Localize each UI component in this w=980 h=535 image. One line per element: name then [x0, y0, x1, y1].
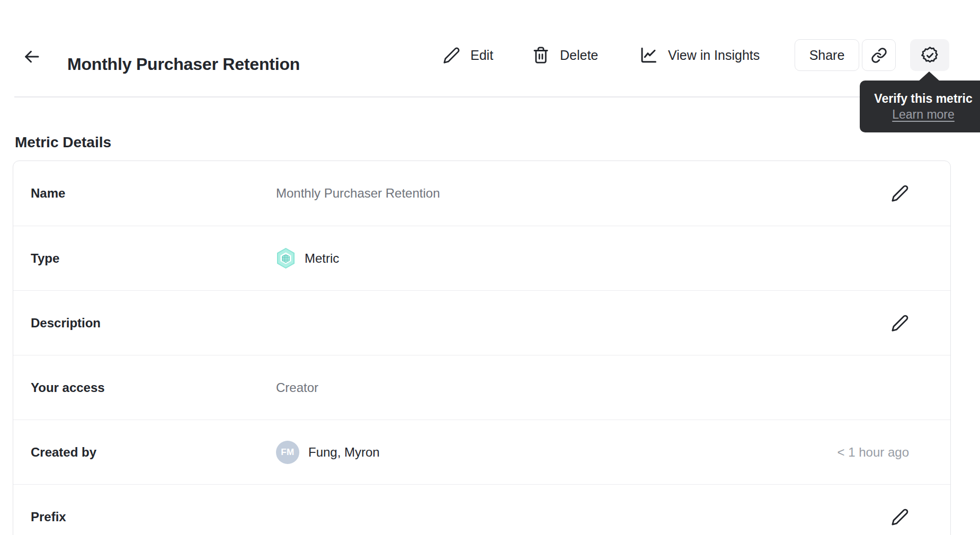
table-row-description: Description [13, 290, 950, 355]
created-timestamp: < 1 hour ago [838, 445, 909, 460]
edit-button[interactable]: Edit [443, 40, 493, 70]
metric-details-card: Name Monthly Purchaser Retention Type [13, 160, 951, 535]
link-icon [871, 47, 887, 64]
table-row-prefix: Prefix [13, 484, 950, 535]
delete-button-label: Delete [560, 48, 598, 63]
view-in-insights-label: View in Insights [668, 48, 760, 63]
metric-details-page: { "header": { "title": "Monthly Purchase… [0, 0, 980, 535]
row-label: Name [31, 186, 276, 201]
delete-button[interactable]: Delete [532, 40, 598, 70]
table-row-name: Name Monthly Purchaser Retention [13, 161, 950, 226]
pencil-icon [891, 184, 909, 202]
edit-name-button[interactable] [891, 184, 909, 202]
share-button-label: Share [809, 48, 845, 63]
avatar: FM [276, 441, 299, 464]
section-title: Metric Details [15, 134, 111, 151]
created-by-value: Fung, Myron [308, 445, 380, 460]
line-chart-icon [639, 46, 658, 65]
verified-badge-icon [921, 46, 939, 65]
page-title: Monthly Purchaser Retention [67, 55, 300, 74]
your-access-value: Creator [276, 380, 318, 395]
verify-metric-tooltip: Verify this metric Learn more [860, 81, 980, 132]
learn-more-link[interactable]: Learn more [892, 108, 955, 122]
share-button[interactable]: Share [795, 39, 859, 71]
pencil-icon [891, 314, 909, 332]
table-row-your-access: Your access Creator [13, 355, 950, 420]
edit-description-button[interactable] [891, 314, 909, 332]
metric-type-value: Metric [305, 251, 339, 266]
edit-button-label: Edit [470, 48, 493, 63]
tooltip-title: Verify this metric [874, 92, 972, 106]
back-button[interactable] [21, 46, 43, 68]
table-row-created-by: Created by FM Fung, Myron < 1 hour ago [13, 420, 950, 484]
verify-metric-button[interactable] [910, 39, 949, 71]
row-label: Prefix [31, 510, 276, 524]
arrow-left-icon [22, 47, 41, 66]
header-divider [14, 96, 966, 97]
row-label: Description [31, 316, 276, 331]
trash-icon [532, 46, 550, 64]
pencil-icon [443, 47, 460, 64]
pencil-icon [891, 508, 909, 526]
view-in-insights-button[interactable]: View in Insights [639, 40, 760, 70]
table-row-type: Type Metric [13, 226, 950, 290]
row-label: Type [31, 251, 276, 266]
row-label: Created by [31, 445, 276, 460]
metric-hexagon-icon [276, 247, 296, 269]
row-label: Your access [31, 380, 276, 395]
metric-name-value: Monthly Purchaser Retention [276, 186, 440, 201]
edit-prefix-button[interactable] [891, 508, 909, 526]
copy-link-button[interactable] [862, 39, 896, 71]
